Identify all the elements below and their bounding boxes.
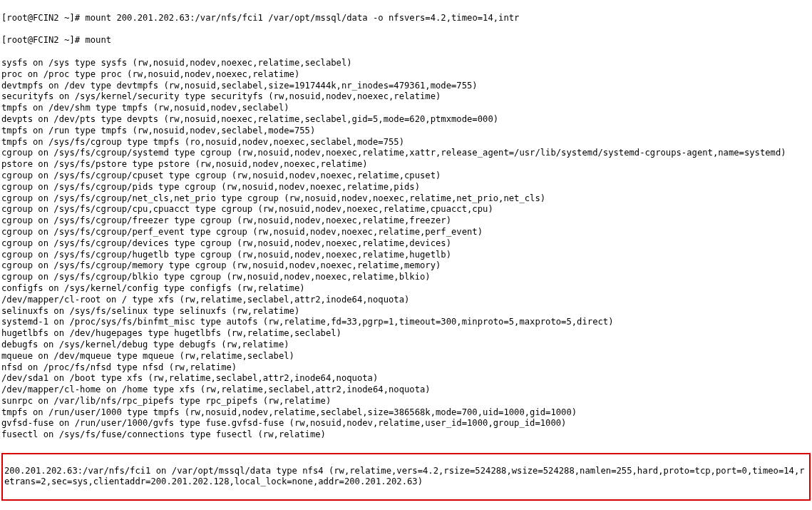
mount-output-line: devtmpfs on /dev type devtmpfs (rw,nosui… — [1, 81, 811, 92]
mount-output-line: securityfs on /sys/kernel/security type … — [1, 91, 811, 103]
mount-output-line: cgroup on /sys/fs/cgroup/memory type cgr… — [1, 260, 811, 272]
command-line-1: [root@FCIN2 ~]# mount 200.201.202.63:/va… — [1, 13, 811, 24]
mount-output-line: configfs on /sys/kernel/config type conf… — [1, 283, 811, 295]
mount-output-line: fusectl on /sys/fs/fuse/connections type… — [1, 429, 811, 441]
mount-output-line: hugetlbfs on /dev/hugepages type hugetlb… — [1, 328, 811, 340]
mount-output-line: cgroup on /sys/fs/cgroup/systemd type cg… — [1, 148, 811, 159]
mount-output-line: debugfs on /sys/kernel/debug type debugf… — [1, 340, 811, 351]
mount-output-line: cgroup on /sys/fs/cgroup/hugetlb type cg… — [1, 250, 811, 261]
mount-output-line: /dev/sda1 on /boot type xfs (rw,relatime… — [1, 373, 811, 384]
command-text: mount — [85, 35, 111, 45]
mount-output-line: nfsd on /proc/fs/nfsd type nfsd (rw,rela… — [1, 362, 811, 374]
mount-output-line: tmpfs on /sys/fs/cgroup type tmpfs (ro,n… — [1, 137, 811, 148]
mount-output-line: tmpfs on /run type tmpfs (rw,nosuid,node… — [1, 126, 811, 137]
mount-output-line: proc on /proc type proc (rw,nosuid,nodev… — [1, 69, 811, 81]
mount-output-line: cgroup on /sys/fs/cgroup/cpu,cpuacct typ… — [1, 204, 811, 215]
command-line-2: [root@FCIN2 ~]# mount — [1, 35, 811, 46]
mount-output-line: cgroup on /sys/fs/cgroup/net_cls,net_pri… — [1, 193, 811, 205]
mount-output-line: tmpfs on /dev/shm type tmpfs (rw,nosuid,… — [1, 103, 811, 114]
terminal-output[interactable]: [root@FCIN2 ~]# mount 200.201.202.63:/va… — [0, 0, 812, 510]
mount-output-line: /dev/mapper/cl-root on / type xfs (rw,re… — [1, 295, 811, 306]
mount-output-line: mqueue on /dev/mqueue type mqueue (rw,re… — [1, 351, 811, 362]
shell-prompt: [root@FCIN2 ~]# — [1, 35, 85, 45]
mount-output-line: gvfsd-fuse on /run/user/1000/gvfs type f… — [1, 418, 811, 429]
mount-output-line: cgroup on /sys/fs/cgroup/devices type cg… — [1, 238, 811, 250]
mount-output-line: 200.201.202.63:/var/nfs/fci1 on /var/opt… — [4, 466, 808, 489]
mount-output-line: systemd-1 on /proc/sys/fs/binfmt_misc ty… — [1, 317, 811, 328]
mount-output-line: cgroup on /sys/fs/cgroup/freezer type cg… — [1, 215, 811, 227]
mount-output-line: selinuxfs on /sys/fs/selinux type selinu… — [1, 306, 811, 317]
mount-output-line: sunrpc on /var/lib/nfs/rpc_pipefs type r… — [1, 396, 811, 407]
mount-output-line: devpts on /dev/pts type devpts (rw,nosui… — [1, 114, 811, 126]
mount-output-line: pstore on /sys/fs/pstore type pstore (rw… — [1, 159, 811, 170]
mount-output-line: cgroup on /sys/fs/cgroup/pids type cgrou… — [1, 182, 811, 193]
mount-output-block: sysfs on /sys type sysfs (rw,nosuid,node… — [1, 58, 811, 441]
mount-output-line: cgroup on /sys/fs/cgroup/blkio type cgro… — [1, 272, 811, 283]
mount-output-line: cgroup on /sys/fs/cgroup/cpuset type cgr… — [1, 170, 811, 182]
mount-output-line: cgroup on /sys/fs/cgroup/perf_event type… — [1, 227, 811, 238]
mount-output-line: sysfs on /sys type sysfs (rw,nosuid,node… — [1, 58, 811, 69]
command-text: mount 200.201.202.63:/var/nfs/fci1 /var/… — [85, 13, 519, 23]
mount-output-line: tmpfs on /run/user/1000 type tmpfs (rw,n… — [1, 407, 811, 419]
mount-output-line: /dev/mapper/cl-home on /home type xfs (r… — [1, 384, 811, 396]
highlighted-nfs-mount: 200.201.202.63:/var/nfs/fci1 on /var/opt… — [1, 453, 811, 501]
shell-prompt: [root@FCIN2 ~]# — [1, 13, 85, 23]
